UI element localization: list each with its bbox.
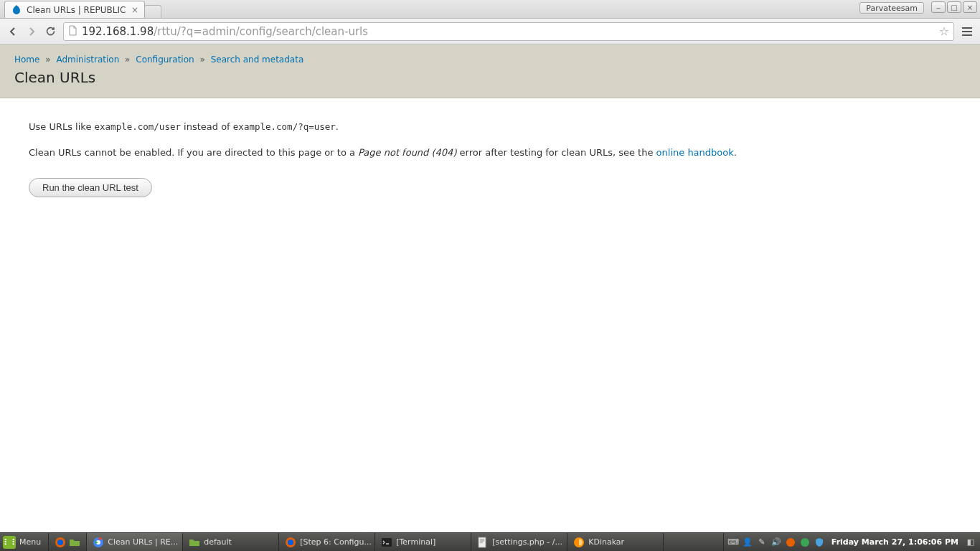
drupal-icon: [11, 4, 22, 16]
mint-icon: ⋮⋮: [3, 536, 16, 549]
task-item-files[interactable]: default: [183, 533, 279, 551]
online-handbook-link[interactable]: online handbook: [656, 147, 734, 158]
page-header: Home » Administration » Configuration » …: [0, 44, 980, 98]
quicklaunch: [49, 533, 87, 551]
firefox-icon: [285, 537, 296, 548]
app-icon: [573, 537, 585, 548]
task-item-label: default: [204, 537, 232, 547]
breadcrumb-sep: »: [125, 55, 130, 65]
minimize-button[interactable]: ‒: [931, 1, 946, 13]
svg-rect-6: [382, 538, 392, 547]
back-button[interactable]: [4, 23, 22, 40]
shield-icon[interactable]: [814, 537, 824, 547]
maximize-button[interactable]: □: [947, 1, 961, 13]
user-label: Parvateesam: [859, 2, 924, 14]
firefox-icon[interactable]: [55, 537, 66, 548]
svg-point-10: [801, 538, 809, 547]
task-item-gedit[interactable]: [settings.php - /...: [471, 533, 567, 551]
address-bar[interactable]: 192.168.1.98/rttu/?q=admin/config/search…: [63, 22, 954, 41]
folder-icon: [189, 537, 200, 548]
breadcrumb: Home » Administration » Configuration » …: [14, 55, 966, 65]
keyboard-icon[interactable]: ⌨: [728, 537, 738, 547]
breadcrumb-configuration[interactable]: Configuration: [136, 55, 194, 65]
update-icon[interactable]: [800, 537, 810, 547]
close-button[interactable]: ×: [963, 1, 977, 13]
network-icon[interactable]: ✎: [757, 537, 767, 547]
task-item-label: Clean URLs | RE...: [108, 537, 178, 547]
breadcrumb-sep: »: [45, 55, 50, 65]
task-items: Clean URLs | RE... default [Step 6: Conf…: [87, 533, 723, 551]
breadcrumb-home[interactable]: Home: [14, 55, 39, 65]
task-item-terminal[interactable]: [Terminal]: [375, 533, 471, 551]
task-item-kdinakar[interactable]: KDinakar: [567, 533, 664, 551]
breadcrumb-administration[interactable]: Administration: [56, 55, 119, 65]
breadcrumb-sep: »: [199, 55, 204, 65]
page-icon: [68, 25, 77, 38]
close-icon[interactable]: ×: [131, 5, 138, 15]
start-menu-button[interactable]: ⋮⋮ Menu: [0, 533, 49, 551]
run-clean-url-test-button[interactable]: Run the clean URL test: [29, 178, 152, 197]
task-item-label: [settings.php - /...: [492, 537, 562, 547]
browser-toolbar: 192.168.1.98/rttu/?q=admin/config/search…: [0, 19, 980, 44]
svg-point-5: [288, 540, 293, 545]
window-tabstrip: Clean URLs | REPUBLIC × Parvateesam ‒ □ …: [0, 0, 980, 19]
task-item-chrome[interactable]: Clean URLs | RE...: [87, 533, 183, 551]
page-content: Use URLs like example.com/user instead o…: [0, 98, 980, 219]
task-item-label: [Step 6: Configu...: [300, 537, 372, 547]
breadcrumb-search-metadata[interactable]: Search and metadata: [211, 55, 304, 65]
task-item-label: KDinakar: [588, 537, 624, 547]
chrome-icon: [93, 537, 104, 548]
window-controls: ‒ □ ×: [930, 1, 977, 13]
reload-button[interactable]: [42, 23, 59, 40]
intro-text: Use URLs like example.com/user instead o…: [29, 120, 951, 134]
forward-button[interactable]: [23, 23, 40, 40]
show-desktop-icon[interactable]: ◧: [966, 537, 976, 547]
editor-icon: [477, 537, 489, 548]
page-title: Clean URLs: [14, 69, 966, 86]
svg-point-1: [57, 540, 63, 545]
task-item-label: [Terminal]: [396, 537, 435, 547]
menu-icon[interactable]: [958, 23, 976, 40]
taskbar: ⋮⋮ Menu Clean URLs | RE... default [Step…: [0, 532, 980, 551]
volume-icon[interactable]: 🔊: [771, 537, 781, 547]
task-item-firefox[interactable]: [Step 6: Configu...: [279, 533, 375, 551]
user-icon[interactable]: 👤: [743, 537, 753, 547]
files-icon[interactable]: [69, 537, 80, 548]
terminal-icon: [381, 537, 392, 548]
url-text: 192.168.1.98/rttu/?q=admin/config/search…: [82, 25, 935, 38]
browser-tray-icon[interactable]: [786, 537, 796, 547]
tab-title: Clean URLs | REPUBLIC: [27, 5, 126, 15]
bookmark-icon[interactable]: ☆: [939, 24, 949, 38]
warning-text: Clean URLs cannot be enabled. If you are…: [29, 146, 951, 160]
new-tab-button[interactable]: [144, 5, 161, 18]
menu-label: Menu: [19, 537, 41, 547]
browser-tab[interactable]: Clean URLs | REPUBLIC ×: [4, 1, 145, 18]
system-tray: ⌨ 👤 ✎ 🔊 Friday March 27, 1:06:06 PM ◧: [723, 533, 980, 551]
clock[interactable]: Friday March 27, 1:06:06 PM: [829, 537, 961, 547]
svg-point-9: [786, 538, 795, 547]
